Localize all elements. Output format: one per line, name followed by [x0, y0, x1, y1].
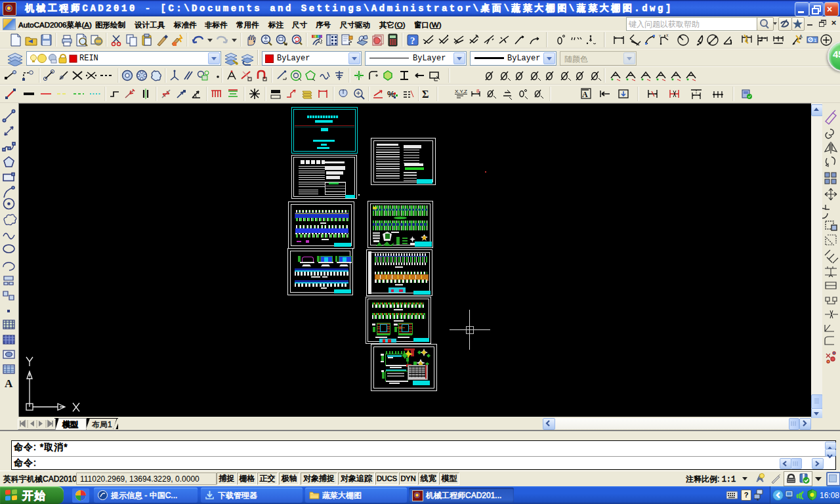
svg-text:A: A — [5, 377, 13, 390]
svg-text:Σ: Σ — [422, 89, 429, 100]
svg-text:?: ? — [410, 35, 415, 46]
svg-text:1: 1 — [814, 37, 817, 43]
svg-text:A: A — [582, 90, 588, 99]
svg-text:X: X — [666, 33, 669, 37]
svg-text:X,Y,Z: X,Y,Z — [455, 89, 467, 94]
svg-text:A: A — [799, 34, 803, 39]
svg-text:8: 8 — [476, 88, 480, 94]
